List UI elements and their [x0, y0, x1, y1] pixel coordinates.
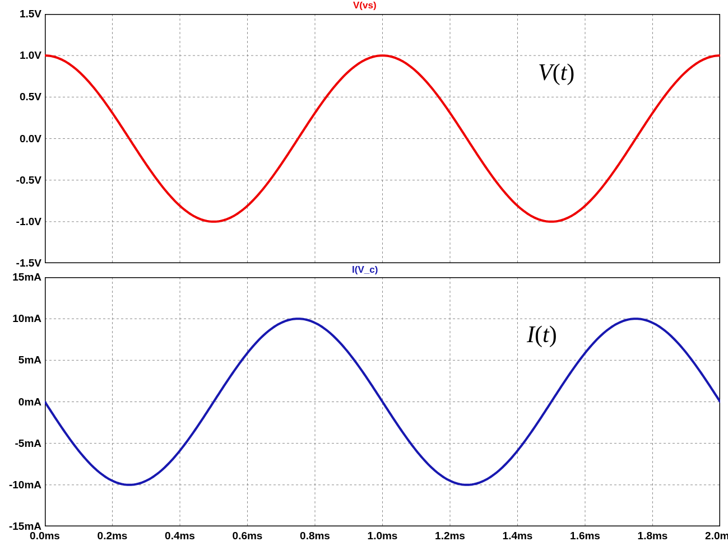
- annot-i: I: [527, 321, 535, 347]
- y-tick-label: -10mA: [0, 479, 41, 491]
- bottom-plot-svg: [45, 277, 720, 526]
- x-tick-label: 0.6ms: [225, 530, 270, 542]
- y-tick-label: -1.5V: [0, 257, 41, 269]
- top-plot: [45, 14, 720, 263]
- y-tick-label: 0.5V: [0, 91, 41, 103]
- y-tick-label: 1.0V: [0, 49, 41, 62]
- annot-v: V: [538, 59, 553, 85]
- y-tick-label: -0.5V: [0, 174, 41, 186]
- x-tick-label: 2.0ms: [698, 530, 728, 542]
- top-annotation: V(t): [538, 59, 574, 86]
- bottom-plot: [45, 277, 720, 526]
- bottom-plot-title: I(V_c): [352, 264, 378, 276]
- y-tick-label: 0mA: [0, 396, 41, 408]
- x-tick-label: 1.2ms: [428, 530, 472, 542]
- bottom-annotation: I(t): [527, 321, 557, 348]
- y-tick-label: -1.0V: [0, 216, 41, 228]
- y-tick-label: 5mA: [0, 354, 41, 366]
- top-plot-title: V(vs): [353, 0, 377, 11]
- y-tick-label: 15mA: [0, 271, 41, 283]
- x-tick-label: 0.4ms: [157, 530, 202, 542]
- y-tick-label: 1.5V: [0, 8, 41, 20]
- x-tick-label: 1.0ms: [360, 530, 405, 542]
- x-tick-label: 0.2ms: [90, 530, 135, 542]
- y-tick-label: 10mA: [0, 312, 41, 325]
- top-plot-svg: [45, 14, 720, 263]
- x-tick-label: 1.8ms: [630, 530, 675, 542]
- x-tick-label: 1.4ms: [495, 530, 540, 542]
- x-tick-label: 0.0ms: [22, 530, 67, 542]
- figure-container: V(vs) V(t) I(V_c) I(t) -1.5V-1.0V-0.5V0.…: [0, 0, 728, 560]
- y-tick-label: 0.0V: [0, 133, 41, 145]
- x-tick-label: 1.6ms: [563, 530, 608, 542]
- y-tick-label: -5mA: [0, 437, 41, 450]
- x-tick-label: 0.8ms: [293, 530, 337, 542]
